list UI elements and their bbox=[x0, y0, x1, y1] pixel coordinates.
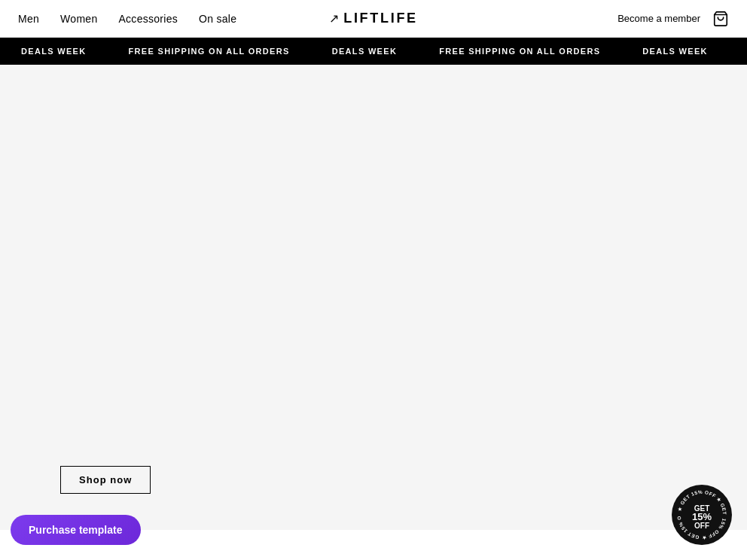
nav-right: Become a member bbox=[617, 11, 729, 27]
header: Men Women Accessories On sale ↗ LIFTLIFE… bbox=[0, 0, 747, 38]
ticker-item: DEALS WEEK bbox=[0, 47, 108, 56]
nav-women[interactable]: Women bbox=[60, 13, 97, 25]
nav-left: Men Women Accessories On sale bbox=[18, 13, 236, 25]
hero-section: Shop now bbox=[0, 65, 747, 530]
become-member-link[interactable]: Become a member bbox=[617, 13, 700, 24]
logo-text: LIFTLIFE bbox=[343, 11, 418, 26]
ticker-item: DEALS WEEK bbox=[621, 47, 729, 56]
nav-on-sale[interactable]: On sale bbox=[199, 13, 236, 25]
discount-badge[interactable]: ★ GET 15% OFF ★ GET 15% OFF ★ GET 15% OF… bbox=[672, 485, 732, 545]
cart-icon[interactable] bbox=[712, 11, 729, 27]
ticker-item: FREE SHIPPING ON ALL ORDERS bbox=[108, 47, 311, 56]
purchase-template-button[interactable]: Purchase template bbox=[11, 515, 141, 545]
shop-now-button[interactable]: Shop now bbox=[60, 466, 151, 494]
badge-off-label: OFF bbox=[694, 522, 709, 530]
main-content: Shop now bbox=[0, 65, 747, 560]
logo-icon: ↗ bbox=[329, 11, 339, 26]
logo[interactable]: ↗ LIFTLIFE bbox=[329, 11, 418, 26]
ticker-item: FREE SHIPPING ON ALL ORDERS bbox=[729, 47, 747, 56]
nav-accessories[interactable]: Accessories bbox=[118, 13, 178, 25]
ticker-content: DEALS WEEK FREE SHIPPING ON ALL ORDERS D… bbox=[0, 47, 747, 56]
badge-percent-label: 15% bbox=[692, 511, 712, 522]
ticker-item: DEALS WEEK bbox=[311, 47, 419, 56]
ticker-item: FREE SHIPPING ON ALL ORDERS bbox=[418, 47, 621, 56]
ticker-banner: DEALS WEEK FREE SHIPPING ON ALL ORDERS D… bbox=[0, 38, 747, 65]
nav-men[interactable]: Men bbox=[18, 13, 39, 25]
